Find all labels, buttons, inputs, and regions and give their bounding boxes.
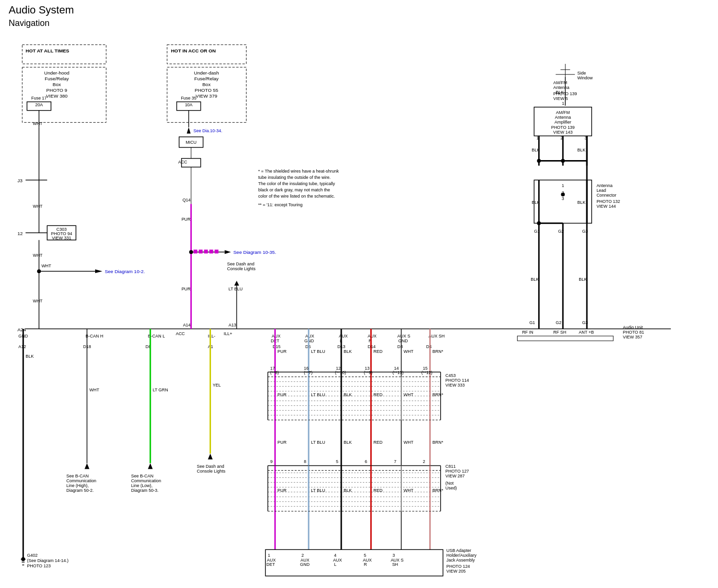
- svg-text:(See Diagram 14-14.): (See Diagram 14-14.): [27, 558, 68, 563]
- svg-text:PUR: PUR: [277, 488, 286, 493]
- svg-text:PUR: PUR: [277, 349, 286, 354]
- svg-text:PUR: PUR: [182, 217, 191, 222]
- svg-text:WHT: WHT: [404, 440, 414, 445]
- svg-text:BLK: BLK: [556, 90, 564, 95]
- svg-text:See B-CAN: See B-CAN: [66, 474, 88, 478]
- svg-text:B-CAN H: B-CAN H: [86, 334, 103, 338]
- svg-text:PUR: PUR: [277, 440, 286, 445]
- svg-text:VIEW 379: VIEW 379: [196, 93, 217, 99]
- svg-marker-74: [234, 281, 239, 286]
- svg-text:VIEW 205: VIEW 205: [446, 569, 466, 574]
- svg-text:Under-dash: Under-dash: [194, 70, 219, 75]
- svg-marker-179: [85, 463, 89, 469]
- svg-text:Diagram 50-3.: Diagram 50-3.: [131, 488, 159, 493]
- svg-text:PHOTO 127: PHOTO 127: [446, 469, 469, 474]
- svg-text:BRN*: BRN*: [433, 440, 444, 445]
- svg-text:LT BLU: LT BLU: [311, 392, 325, 397]
- svg-text:Diagram 50-2.: Diagram 50-2.: [66, 488, 94, 493]
- svg-text:BLK: BLK: [344, 392, 352, 397]
- svg-text:8: 8: [304, 459, 306, 464]
- svg-rect-65: [210, 250, 213, 253]
- svg-text:J3: J3: [17, 178, 23, 183]
- svg-text:Amplifier: Amplifier: [555, 120, 571, 125]
- svg-text:(**12): (**12): [421, 370, 433, 375]
- svg-rect-66: [215, 250, 219, 253]
- svg-text:Box: Box: [53, 82, 61, 87]
- svg-text:See Diagram 10-2.: See Diagram 10-2.: [105, 269, 145, 274]
- svg-text:R: R: [364, 562, 367, 567]
- svg-text:WHT: WHT: [41, 263, 51, 268]
- svg-text:RED: RED: [373, 349, 383, 354]
- svg-text:Communication: Communication: [66, 478, 96, 483]
- svg-text:The color of the insulating tu: The color of the insulating tube, typica…: [258, 181, 335, 186]
- svg-text:Line (Low),: Line (Low),: [131, 483, 152, 488]
- svg-text:GND: GND: [398, 338, 408, 343]
- svg-text:ANT +B: ANT +B: [579, 330, 594, 335]
- svg-text:6: 6: [365, 459, 367, 464]
- svg-text:Communication: Communication: [131, 478, 161, 483]
- svg-rect-139: [517, 336, 613, 341]
- svg-text:A12: A12: [18, 344, 26, 349]
- svg-text:Fuse 35: Fuse 35: [181, 96, 196, 100]
- svg-text:Holder/Auxiliary: Holder/Auxiliary: [446, 553, 477, 558]
- svg-text:Box: Box: [202, 82, 210, 87]
- svg-text:See B-CAN: See B-CAN: [131, 474, 153, 478]
- svg-text:VIEW 287: VIEW 287: [446, 474, 465, 478]
- svg-text:black or dark gray, may not ma: black or dark gray, may not match the: [258, 188, 330, 192]
- svg-text:** = '11: except Touring: ** = '11: except Touring: [258, 202, 302, 207]
- svg-text:C811: C811: [446, 464, 456, 469]
- svg-text:* = The shielded wires have a : * = The shielded wires have a heat-shrun…: [258, 169, 339, 174]
- page-subtitle: Navigation: [9, 18, 50, 28]
- svg-text:L: L: [334, 562, 336, 567]
- svg-text:ACC: ACC: [178, 160, 187, 164]
- svg-text:USB Adapter: USB Adapter: [446, 548, 471, 553]
- svg-text:AM/FM: AM/FM: [556, 110, 570, 115]
- svg-text:AUX: AUX: [339, 334, 347, 338]
- svg-text:Fuse/Relay: Fuse/Relay: [45, 76, 69, 81]
- svg-text:Fuse/Relay: Fuse/Relay: [194, 76, 218, 81]
- svg-text:VIEW 5: VIEW 5: [553, 96, 568, 101]
- svg-text:WHT: WHT: [404, 488, 414, 493]
- diagram-container: HOT AT ALL TIMES Under-hood Fuse/Relay B…: [9, 31, 709, 583]
- svg-text:GND: GND: [300, 562, 309, 567]
- svg-text:VIEW 333: VIEW 333: [446, 383, 465, 388]
- svg-text:DET: DET: [266, 562, 275, 567]
- svg-text:PHOTO 55: PHOTO 55: [195, 88, 219, 93]
- svg-marker-186: [148, 463, 153, 469]
- svg-text:1: 1: [268, 553, 270, 558]
- svg-text:LT GRN: LT GRN: [153, 388, 168, 392]
- svg-text:BLK: BLK: [25, 354, 34, 359]
- svg-text:G402: G402: [27, 553, 37, 558]
- svg-text:ACC: ACC: [176, 331, 185, 336]
- svg-marker-29: [95, 269, 102, 273]
- svg-text:A24: A24: [17, 327, 26, 332]
- svg-text:(**7): (**7): [304, 370, 312, 375]
- svg-marker-48: [187, 127, 191, 134]
- svg-text:D3: D3: [397, 344, 403, 349]
- svg-text:9: 9: [270, 459, 272, 464]
- svg-text:See Dash and: See Dash and: [227, 262, 254, 266]
- svg-text:Lead: Lead: [596, 188, 606, 193]
- svg-text:Fuse 17: Fuse 17: [31, 96, 47, 100]
- svg-text:AUX SH: AUX SH: [429, 334, 445, 338]
- svg-text:color of the wire listed on th: color of the wire listed on the schemati…: [258, 194, 335, 199]
- svg-text:G1: G1: [529, 320, 535, 325]
- svg-text:Window: Window: [577, 75, 593, 80]
- svg-point-126: [561, 192, 565, 196]
- svg-text:SH: SH: [392, 562, 398, 567]
- svg-text:PHOTO 139: PHOTO 139: [551, 125, 575, 130]
- svg-text:WHT: WHT: [33, 121, 43, 126]
- svg-text:AUX: AUX: [368, 334, 376, 338]
- svg-text:Antenna: Antenna: [553, 85, 569, 90]
- svg-text:2: 2: [301, 553, 304, 558]
- svg-text:Antenna: Antenna: [555, 115, 571, 120]
- svg-text:(**9): (**9): [364, 370, 372, 375]
- svg-text:VIEW 144: VIEW 144: [596, 204, 616, 209]
- svg-text:WHT: WHT: [33, 253, 43, 258]
- svg-text:1: 1: [562, 183, 564, 188]
- page-title: Audio System: [9, 4, 74, 16]
- svg-text:HOT AT ALL TIMES: HOT AT ALL TIMES: [25, 48, 69, 53]
- svg-text:LT BLU: LT BLU: [311, 349, 325, 354]
- svg-text:12: 12: [17, 231, 23, 236]
- svg-text:LT BLU: LT BLU: [228, 287, 243, 291]
